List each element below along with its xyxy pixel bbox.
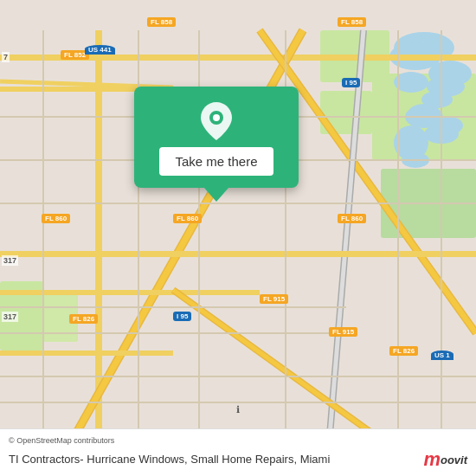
- popup-card: Take me there: [134, 87, 299, 202]
- shield-i95-2: I 95: [173, 312, 191, 321]
- shield-fl858-1: FL 858: [147, 17, 176, 27]
- svg-point-17: [408, 104, 440, 121]
- svg-point-16: [427, 76, 465, 97]
- label-317-2: 317: [2, 312, 18, 322]
- map-container: FL 858 FL 858 FL 852 US 441 I 95 I 95 FL…: [0, 0, 476, 476]
- moovit-logo: m oovit: [423, 448, 467, 471]
- popup-inner: Take me there: [134, 87, 299, 188]
- svg-rect-32: [0, 351, 173, 356]
- shield-fl826-1: FL 826: [69, 314, 98, 324]
- shield-fl915-1: FL 915: [260, 294, 288, 304]
- shield-us441: US 441: [85, 45, 115, 55]
- bottom-bar: © OpenStreetMap contributors TI Contract…: [0, 428, 476, 476]
- svg-rect-31: [0, 290, 260, 295]
- svg-rect-30: [0, 251, 476, 257]
- moovit-m-letter: m: [423, 448, 441, 471]
- take-me-there-button[interactable]: Take me there: [159, 147, 273, 176]
- popup-triangle: [204, 188, 228, 202]
- shield-fl860-3: FL 860: [338, 214, 366, 223]
- svg-point-49: [213, 114, 220, 121]
- shield-fl858-2: FL 858: [338, 17, 366, 27]
- shield-i95-1: I 95: [342, 78, 360, 87]
- attribution-text: © OpenStreetMap contributors: [9, 436, 467, 445]
- shield-fl915-2: FL 915: [329, 327, 357, 337]
- shield-fl860-1: FL 860: [42, 214, 70, 223]
- label-317-1: 317: [2, 255, 18, 266]
- location-pin-icon: [201, 102, 232, 140]
- shield-fl826-2: FL 826: [389, 346, 418, 356]
- business-row: TI Contractors- Hurricane Windows, Small…: [9, 448, 467, 471]
- label-7-1: 7: [2, 52, 10, 62]
- moovit-text: oovit: [441, 453, 467, 466]
- info-icon: ℹ: [236, 404, 240, 415]
- shield-fl860-2: FL 860: [173, 214, 202, 223]
- business-name: TI Contractors- Hurricane Windows, Small…: [9, 453, 415, 467]
- shield-us1: US 1: [431, 351, 453, 360]
